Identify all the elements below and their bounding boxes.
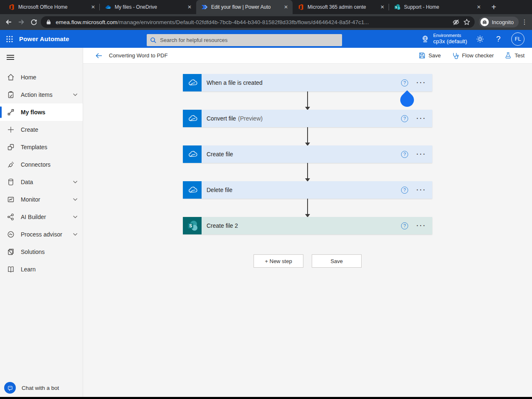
step-menu-icon[interactable]: ··· <box>416 152 426 156</box>
sidebar-item-templates[interactable]: Templates <box>0 138 83 156</box>
help-icon[interactable]: ? <box>493 34 504 44</box>
address-bar: emea.flow.microsoft.com/manage/environme… <box>0 14 532 30</box>
back-icon[interactable] <box>3 17 14 27</box>
header-actions: Environments cp3x (default) ? FL <box>421 32 528 46</box>
connector-arrow <box>307 127 308 145</box>
step-title: Convert file <box>207 115 236 122</box>
tab-close-icon[interactable]: ✕ <box>475 4 482 10</box>
environment-text: Environments cp3x (default) <box>433 33 467 44</box>
new-tab-button[interactable]: + <box>488 1 500 13</box>
power-automate-favicon <box>201 4 208 10</box>
sidebar-item-home[interactable]: Home <box>0 69 83 86</box>
url-field[interactable]: emea.flow.microsoft.com/manage/environme… <box>41 16 475 28</box>
tab-close-icon[interactable]: ✕ <box>90 4 96 10</box>
settings-gear-icon[interactable] <box>475 34 485 44</box>
sidebar-item-process-advisor[interactable]: Process advisor <box>0 226 83 243</box>
search-box <box>147 34 342 46</box>
tab-close-icon[interactable]: ✕ <box>379 4 386 10</box>
sidebar-item-ai-builder[interactable]: AI Builder <box>0 208 83 226</box>
step-help-icon[interactable]: ? <box>401 151 408 158</box>
search-input[interactable] <box>160 37 339 43</box>
bookmark-star-icon[interactable] <box>463 18 470 26</box>
step-menu-icon[interactable]: ··· <box>416 188 426 192</box>
tab-title: Edit your flow | Power Auto <box>211 4 279 10</box>
reload-icon[interactable] <box>28 17 39 27</box>
step-help-icon[interactable]: ? <box>401 222 408 229</box>
chevron-down-icon <box>73 93 78 96</box>
svg-text:S: S <box>395 6 397 9</box>
flow-step-create-file-2[interactable]: S Create file 2 ? ··· <box>183 217 432 234</box>
tab-title: My files - OneDrive <box>115 4 183 10</box>
plus-icon <box>7 126 15 134</box>
onedrive-connector-icon <box>183 181 202 199</box>
touch-cursor-indicator <box>397 90 417 110</box>
forward-icon[interactable] <box>16 17 27 27</box>
waffle-icon[interactable] <box>0 30 19 48</box>
ai-builder-icon <box>7 213 15 221</box>
environment-picker[interactable]: Environments cp3x (default) <box>421 33 467 44</box>
tab-office-home[interactable]: Microsoft Office Home ✕ <box>3 0 100 14</box>
step-help-icon[interactable]: ? <box>401 79 408 86</box>
flow-checker-button[interactable]: Flow checker <box>452 52 494 59</box>
flow-title: Converting Word to PDF <box>109 52 167 59</box>
sidebar-item-data[interactable]: Data <box>0 173 83 191</box>
test-button[interactable]: Test <box>505 52 525 59</box>
step-menu-icon[interactable]: ··· <box>416 81 426 85</box>
hamburger-menu-icon[interactable] <box>0 48 83 64</box>
tab-close-icon[interactable]: ✕ <box>186 4 193 10</box>
connector-arrow <box>307 91 308 110</box>
home-icon <box>7 73 15 81</box>
eye-off-icon[interactable] <box>452 18 460 26</box>
tab-title: Microsoft Office Home <box>18 4 86 10</box>
admin-center-favicon <box>298 4 304 10</box>
new-step-button[interactable]: + New step <box>254 254 303 268</box>
browser-window: Microsoft Office Home ✕ My files - OneDr… <box>0 0 532 399</box>
sidebar: Home Action items My flows Create <box>0 48 83 397</box>
svg-text:S: S <box>189 224 192 228</box>
back-arrow-icon[interactable] <box>94 51 104 61</box>
tab-support-home[interactable]: S Support - Home ✕ <box>389 0 485 14</box>
sidebar-nav: Home Action items My flows Create <box>0 69 83 278</box>
database-icon <box>7 178 15 186</box>
sidebar-item-action-items[interactable]: Action items <box>0 86 83 103</box>
tab-onedrive[interactable]: My files - OneDrive ✕ <box>100 0 196 14</box>
save-button[interactable]: Save <box>419 52 441 59</box>
chat-with-bot-button[interactable]: Chat with a bot <box>4 382 59 394</box>
sidebar-item-learn[interactable]: Learn <box>0 261 83 278</box>
flow-step-create-file[interactable]: Create file ? ··· <box>183 145 432 163</box>
sidebar-item-monitor[interactable]: Monitor <box>0 191 83 208</box>
environments-label: Environments <box>433 33 467 38</box>
process-advisor-icon <box>7 230 15 239</box>
chevron-down-icon <box>73 198 78 201</box>
clipboard-icon <box>7 91 15 99</box>
sidebar-item-create[interactable]: Create <box>0 121 83 138</box>
step-title: Create file 2 <box>207 222 238 229</box>
step-help-icon[interactable]: ? <box>401 115 408 122</box>
flask-icon <box>505 52 512 59</box>
chat-bot-icon <box>4 382 16 394</box>
sidebar-item-connectors[interactable]: Connectors <box>0 156 83 173</box>
avatar[interactable]: FL <box>511 32 525 46</box>
browser-menu-icon[interactable]: ⋮ <box>520 18 529 26</box>
flow-step-delete-file[interactable]: Delete file ? ··· <box>183 181 432 199</box>
sharepoint-connector-icon: S <box>183 217 202 234</box>
search-icon <box>150 37 157 44</box>
flow-toolbar: Converting Word to PDF Save Flow checker… <box>83 48 532 64</box>
tab-close-icon[interactable]: ✕ <box>283 4 289 10</box>
step-menu-icon[interactable]: ··· <box>416 224 426 228</box>
environment-name: cp3x (default) <box>433 38 467 45</box>
tab-title: Microsoft 365 admin cente <box>308 4 376 10</box>
onedrive-favicon <box>105 4 111 10</box>
chevron-down-icon <box>73 215 78 219</box>
canvas-save-button[interactable]: Save <box>312 254 362 268</box>
step-menu-icon[interactable]: ··· <box>416 116 426 121</box>
sidebar-item-solutions[interactable]: Solutions <box>0 243 83 261</box>
app-title: Power Automate <box>19 35 69 42</box>
flow-step-when-file-created[interactable]: When a file is created ? ··· <box>183 74 432 91</box>
flow-step-convert-file[interactable]: Convert file(Preview) ? ··· <box>183 110 432 127</box>
tab-power-automate-active[interactable]: Edit your flow | Power Auto ✕ <box>196 0 293 14</box>
tab-admin-center[interactable]: Microsoft 365 admin cente ✕ <box>293 0 389 14</box>
incognito-label: Incognito <box>492 19 514 25</box>
step-help-icon[interactable]: ? <box>401 187 408 194</box>
sidebar-item-my-flows[interactable]: My flows <box>0 103 83 121</box>
